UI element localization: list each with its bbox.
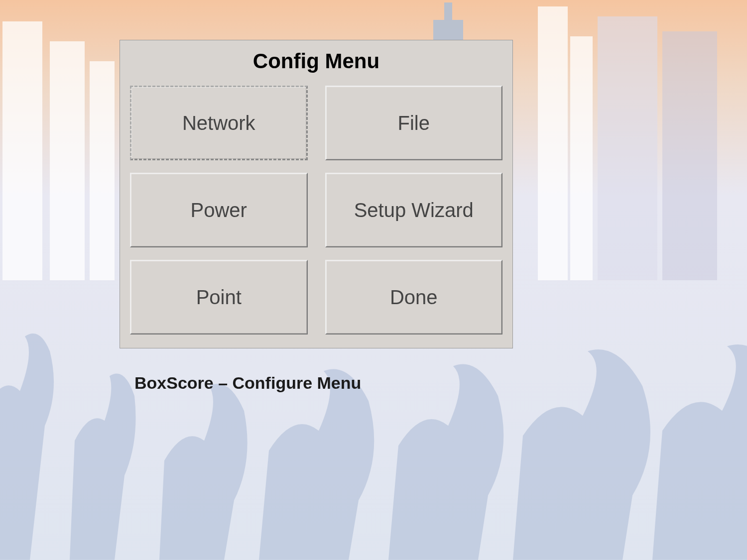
menu-title: Config Menu (130, 49, 502, 73)
file-button[interactable]: File (325, 86, 503, 160)
done-button[interactable]: Done (325, 260, 503, 335)
button-grid: Network File Power Setup Wizard Point Do… (130, 86, 502, 335)
slide-caption: BoxScore – Configure Menu (134, 373, 361, 393)
setup-wizard-button[interactable]: Setup Wizard (325, 173, 503, 247)
point-button[interactable]: Point (130, 260, 308, 335)
network-button[interactable]: Network (130, 86, 308, 160)
power-button[interactable]: Power (130, 173, 308, 247)
config-menu-panel: Config Menu Network File Power Setup Wiz… (120, 40, 513, 348)
